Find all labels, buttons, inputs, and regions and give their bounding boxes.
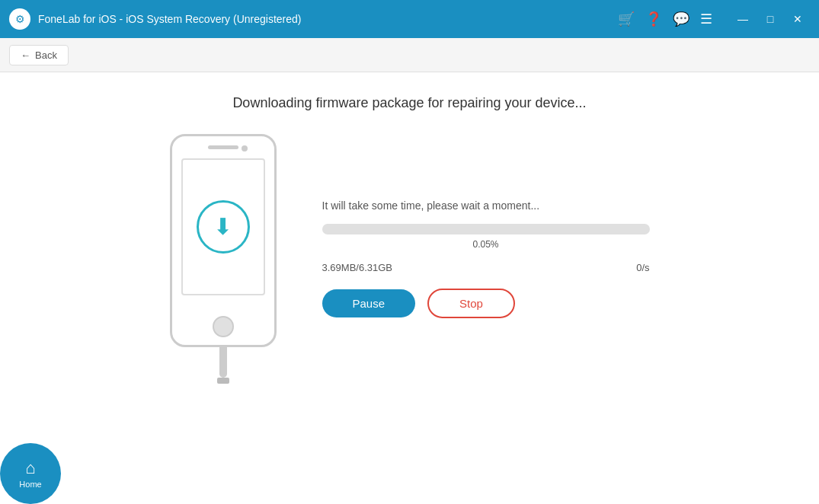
phone-home-button [213, 316, 234, 337]
page-title: Downloading firmware package for repairi… [232, 95, 586, 111]
app-icon: ⚙ [9, 8, 30, 30]
window-controls: — □ ✕ [731, 8, 810, 30]
content-area: ⬇ It will take some time, please wait a … [170, 134, 650, 384]
wait-text: It will take some time, please wait a mo… [322, 199, 650, 212]
minimize-button[interactable]: — [731, 8, 755, 30]
phone-cable [219, 347, 227, 378]
right-panel: It will take some time, please wait a mo… [322, 199, 650, 318]
nav-bar: ← Back [0, 38, 819, 72]
progress-label: 0.05% [322, 239, 650, 250]
phone-plug [217, 378, 229, 384]
main-content: Downloading firmware package for repairi… [0, 72, 819, 504]
close-button[interactable]: ✕ [785, 8, 810, 30]
progress-section: 0.05% [322, 224, 650, 250]
stop-button[interactable]: Stop [427, 289, 515, 318]
action-buttons: Pause Stop [322, 289, 650, 318]
gear-icon: ⚙ [15, 13, 25, 25]
back-arrow-icon: ← [21, 49, 30, 61]
titlebar: ⚙ FoneLab for iOS - iOS System Recovery … [0, 0, 819, 38]
download-circle: ⬇ [197, 200, 250, 254]
titlebar-actions: 🛒 ❓ 💬 ☰ — □ ✕ [618, 8, 810, 30]
maximize-button[interactable]: □ [758, 8, 782, 30]
phone-illustration: ⬇ [170, 134, 277, 384]
titlebar-left: ⚙ FoneLab for iOS - iOS System Recovery … [9, 8, 301, 30]
download-info-row: 3.69MB/6.31GB 0/s [322, 262, 650, 273]
phone-body: ⬇ [170, 134, 277, 347]
phone-screen: ⬇ [181, 158, 265, 295]
size-info: 3.69MB/6.31GB [322, 262, 393, 273]
question-icon[interactable]: ❓ [645, 11, 662, 27]
chat-icon[interactable]: 💬 [673, 11, 689, 27]
home-icon: ⌂ [25, 458, 35, 478]
titlebar-title: FoneLab for iOS - iOS System Recovery (U… [38, 13, 301, 25]
cart-icon[interactable]: 🛒 [618, 11, 635, 27]
phone-camera [242, 145, 248, 152]
back-button[interactable]: ← Back [9, 45, 69, 65]
phone-speaker [208, 145, 238, 149]
home-label: Home [19, 480, 41, 489]
progress-bar-background [322, 224, 650, 234]
download-icon: ⬇ [213, 215, 232, 238]
pause-button[interactable]: Pause [322, 289, 416, 317]
menu-icon[interactable]: ☰ [700, 11, 712, 27]
home-nav-button[interactable]: ⌂ Home [0, 443, 61, 504]
back-label: Back [35, 49, 57, 61]
speed-info: 0/s [636, 262, 649, 273]
